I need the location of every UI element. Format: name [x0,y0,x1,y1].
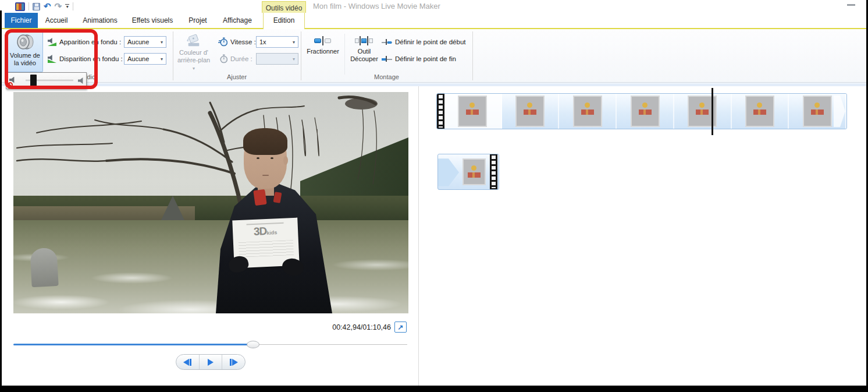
video-volume-label-line1: Volume de [10,52,40,59]
fade-out-icon [48,55,56,63]
fade-in-combobox[interactable]: Aucune ▾ [124,36,166,48]
chevron-down-icon: ▾ [193,66,195,71]
timeline-playhead[interactable] [712,88,713,135]
title-bar: ↶ ↷ ▾ Outils vidéo Mon film - Windows Li… [0,0,868,13]
photo-boy-eye [271,157,273,159]
set-start-icon [382,38,392,46]
seek-bar-remaining [253,344,407,345]
tab-effets-visuels[interactable]: Effets visuels [130,13,175,28]
clip-thumbnail [463,158,486,185]
volume-slider-popup [6,72,87,89]
storyboard-clip-row2[interactable] [437,154,499,190]
chevron-down-icon: ▾ [290,56,298,62]
speed-label: Vitesse : [230,38,256,45]
storyboard-cell[interactable] [674,94,732,129]
speed-stopwatch-icon [218,37,227,47]
paint-bucket-icon [184,33,203,48]
fade-in-value: Aucune [124,38,158,45]
next-frame-button[interactable] [222,355,245,369]
fade-out-combobox[interactable]: Aucune ▾ [124,53,166,65]
chevron-down-icon: ▾ [290,40,298,45]
duration-label: Durée : [230,55,252,62]
next-frame-icon-bar [230,359,232,366]
content-top-strip [0,83,868,86]
chevron-down-icon: ▾ [66,5,69,9]
clip-thumbnail [631,96,660,127]
trim-tool-button[interactable]: Outil Découper [347,31,382,63]
set-end-icon [382,55,392,63]
fade-in-label: Apparition en fondu : [59,38,121,45]
set-end-label: Définir le point de fin [395,55,456,62]
video-volume-label-line2: la vidéo [14,59,36,67]
screenshot-border [0,386,868,392]
volume-slider-handle[interactable] [30,75,37,87]
photo-boy-eye [257,157,259,159]
video-preview[interactable]: 3Dkids [13,92,408,313]
duration-stopwatch-icon [218,54,227,63]
trim-label-line2: Découper [350,55,378,62]
app-icon[interactable] [15,2,25,11]
save-icon[interactable] [33,3,40,10]
storyboard-cells [444,94,846,129]
fullscreen-arrow-icon: ↗ [397,324,403,331]
tab-fichier[interactable]: Fichier [5,13,38,28]
photo-boy-ear [283,156,288,165]
speed-combobox[interactable]: 1x ▾ [256,36,298,48]
quick-access-toolbar: ↶ ↷ ▾ [15,1,73,12]
storyboard-cell[interactable] [502,94,560,129]
storyboard-cell[interactable] [617,94,674,129]
split-button[interactable]: Fractionner [304,31,342,55]
photo-bare-tree [13,92,408,313]
tab-affichage[interactable]: Affichage [219,13,256,28]
tab-animations[interactable]: Animations [76,13,124,28]
clip-thumbnail [515,96,545,127]
timecode: 00:42,94/01:10,46 [268,323,391,333]
photo-boy-mouth [262,175,269,176]
seek-bar[interactable] [13,341,407,348]
tab-accueil[interactable]: Accueil [42,13,71,28]
tab-projet[interactable]: Projet [183,13,213,28]
storyboard-cell[interactable] [559,94,617,129]
fade-out-label: Disparition en fondu : [59,55,123,62]
separator [29,2,29,10]
duration-row: Durée : [218,53,252,65]
trim-icon [355,36,373,45]
fade-out-row: Disparition en fondu : [48,53,123,65]
window-title: Mon film - Windows Live Movie Maker [313,0,440,13]
set-start-label: Définir le point de début [395,38,465,45]
previous-frame-button[interactable] [176,355,199,369]
mute-speaker-icon[interactable] [8,76,19,86]
trim-label-line1: Outil [358,48,371,55]
background-color-button-disabled[interactable]: Couleur d' arrière-plan ▾ [176,31,212,72]
split-icon [314,36,332,45]
photo-paper-textlines [239,240,294,257]
redo-icon[interactable]: ↷ [55,2,62,10]
clip-thumbnail [573,96,602,127]
duration-combobox-disabled[interactable]: ▾ [256,53,298,65]
video-volume-button[interactable]: Volume de la vidéo [7,31,43,72]
seek-bar-handle[interactable] [247,341,259,348]
tab-edition-active[interactable]: Edition [263,13,305,29]
window-control-dash [847,4,855,6]
storyboard-cell[interactable] [732,94,789,129]
next-frame-icon [232,359,238,366]
set-end-point-button[interactable]: Définir le point de fin [382,53,456,65]
volume-slider[interactable] [26,72,73,89]
fullscreen-button[interactable]: ↗ [394,322,407,333]
chevron-down-icon: ▾ [158,40,166,45]
group-separator [472,31,473,80]
storyboard-clip-strip[interactable] [436,93,847,129]
storyboard-cell-selected[interactable] [444,94,502,129]
set-start-point-button[interactable]: Définir le point de début [382,36,465,48]
group-separator [173,31,173,80]
film-sprocket-holes [492,156,496,188]
background-color-label-line1: Couleur d' [179,49,208,56]
previous-frame-icon [183,359,189,366]
separator [73,2,73,10]
undo-icon[interactable]: ↶ [44,2,51,10]
film-strip-edge [437,94,444,129]
play-button[interactable] [199,355,222,369]
speed-value: 1x [257,38,290,45]
fade-in-icon [48,38,56,46]
qat-customize-icon[interactable]: ▾ [65,4,69,9]
